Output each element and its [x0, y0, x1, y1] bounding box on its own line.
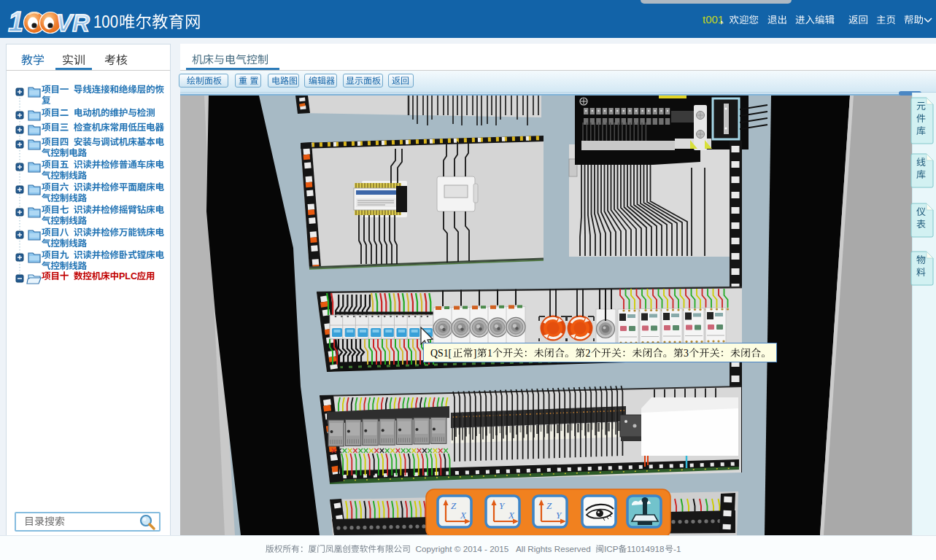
- svg-text:t001: t001: [703, 13, 724, 26]
- svg-text:Reserved: Reserved: [554, 544, 591, 553]
- svg-text:100: 100: [93, 12, 118, 31]
- svg-text:QS1[: QS1[: [430, 348, 452, 359]
- svg-text:1: 1: [487, 348, 492, 359]
- svg-text:3: 3: [684, 348, 689, 359]
- svg-text:2015: 2015: [490, 544, 509, 553]
- svg-text:2: 2: [586, 348, 591, 359]
- svg-text:2014: 2014: [463, 544, 483, 553]
- svg-text:]: ]: [473, 348, 477, 359]
- svg-text:Rights: Rights: [527, 544, 552, 553]
- svg-text:PLC: PLC: [119, 271, 137, 281]
- svg-text:©: ©: [455, 544, 461, 553]
- svg-text:Copyright: Copyright: [416, 544, 453, 553]
- svg-text:11014918: 11014918: [627, 544, 664, 553]
- svg-text:ICP: ICP: [604, 544, 619, 553]
- svg-text:All: All: [516, 544, 525, 553]
- svg-text:-1: -1: [673, 544, 681, 553]
- svg-text:-: -: [484, 544, 487, 553]
